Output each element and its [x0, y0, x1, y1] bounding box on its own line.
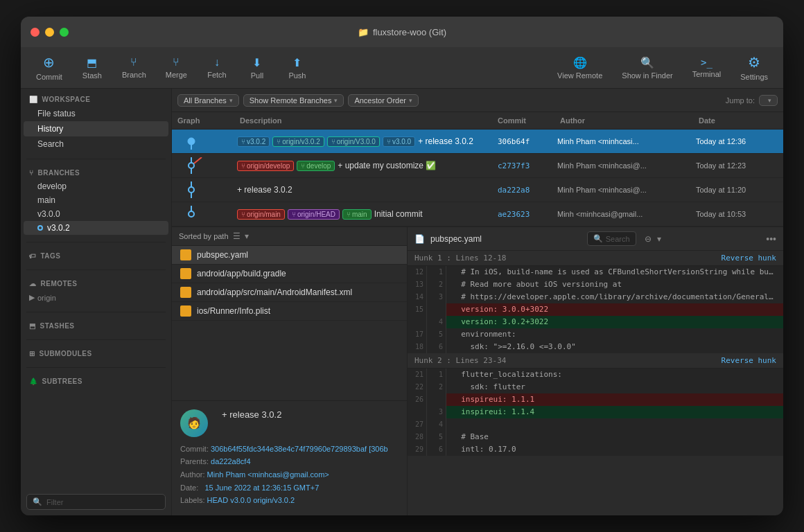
file-item-1[interactable]: android/app/build.gradle [172, 265, 407, 283]
sidebar-branch-v3-0-2[interactable]: v3.0.2 [24, 221, 168, 235]
file-item-0[interactable]: pubspec.yaml [172, 246, 407, 265]
pull-icon: ⬇ [252, 56, 261, 69]
submodules-section: ⊞ SUBMODULES [21, 343, 171, 364]
commit-row-3[interactable]: ⑂origin/main ⑂origin/HEAD ⑂main Initial … [172, 202, 783, 227]
diff-line: 17 5 environment: [408, 328, 783, 341]
remotes-icon: ☁ [29, 280, 37, 287]
sort-chevron-icon[interactable]: ▾ [245, 231, 249, 241]
sidebar-branch-main[interactable]: main [24, 193, 168, 207]
commit-meta: Commit: 306b64f55fdc344e38e4c74f79960e72… [180, 443, 399, 507]
remotes-header: ☁ REMOTES [21, 277, 171, 290]
tags-section: 🏷 TAGS [21, 245, 171, 267]
file-list-header: Sorted by path ☰ ▾ [172, 227, 407, 246]
settings-button[interactable]: ⚙ Settings [732, 50, 776, 85]
commit-date-1: Today at 12:23 [693, 161, 783, 170]
sort-icon[interactable]: ☰ [233, 231, 241, 241]
diff-line: 29 6 intl: 0.17.0 [408, 443, 783, 456]
diff-filename: pubspec.yaml [430, 234, 482, 244]
search-icon: 🔍 [593, 234, 603, 243]
remotes-section: ☁ REMOTES ▶ origin [21, 273, 171, 309]
origin-toggle[interactable]: ▶ origin [21, 290, 171, 305]
file-list-items: pubspec.yaml android/app/build.gradle an… [172, 246, 407, 400]
close-button[interactable] [30, 28, 40, 37]
col-header-commit: Commit [492, 115, 554, 126]
show-remote-filter[interactable]: Show Remote Branches ▾ [243, 94, 344, 107]
commit-author-1: Minh Pham <minhcasi@... [554, 161, 693, 170]
desc-area-2: + release 3.0.2 [234, 185, 492, 195]
file-item-2[interactable]: android/app/src/main/AndroidManifest.xml [172, 283, 407, 302]
commit-row-0[interactable]: ⑂v3.0.2 ⑂origin/v3.0.2 ⑂origin/V3.0.0 ⑂v… [172, 130, 783, 154]
diff-content: Hunk 1 : Lines 12-18 Reverse hunk 12 1 #… [408, 251, 783, 515]
sidebar: ⬜ WORKSPACE File status History Search ⑂ [21, 89, 172, 515]
minimize-button[interactable] [45, 28, 54, 37]
commit-row-1[interactable]: ⑂origin/develop ⑂develop + update my cus… [172, 154, 783, 178]
terminal-button[interactable]: >_ Terminal [684, 53, 730, 82]
diff-line-added: 4 version: 3.0.2+3022 [408, 316, 783, 328]
graph-area-2 [172, 181, 234, 198]
diff-filter-icon[interactable]: ⊖ [645, 234, 652, 244]
sidebar-item-search[interactable]: Search [24, 136, 168, 152]
sidebar-item-file-status[interactable]: File status [24, 106, 168, 121]
push-button[interactable]: ⬆ Push [279, 52, 316, 84]
graph-area-1 [172, 157, 234, 174]
sidebar-branch-develop[interactable]: develop [24, 179, 168, 193]
jump-to-label: Jump to: [726, 96, 755, 105]
maximize-button[interactable] [60, 28, 69, 37]
stash-button[interactable]: ⬒ Stash [73, 52, 111, 84]
svg-point-6 [189, 187, 194, 193]
branch-button[interactable]: ⑂ Branch [114, 52, 155, 83]
subtrees-section: 🌲 SUBTREES [21, 371, 171, 392]
branches-header: ⑂ BRANCHES [21, 166, 171, 179]
diff-menu-button[interactable]: ••• [766, 233, 776, 245]
desc-area-3: ⑂origin/main ⑂origin/HEAD ⑂main Initial … [234, 209, 492, 220]
commit-hash-3: ae23623 [492, 210, 554, 219]
diff-line: 27 4 [408, 418, 783, 431]
col-header-date: Date [693, 115, 783, 126]
merge-button[interactable]: ⑂ Merge [157, 52, 195, 83]
graph-area-0 [172, 133, 234, 150]
commit-author-2: Minh Pham <minhcasi@... [554, 186, 693, 194]
reverse-hunk-1-button[interactable]: Reverse hunk [722, 254, 776, 263]
sidebar-branch-v3-0-0[interactable]: v3.0.0 [24, 207, 168, 221]
commit-table: Graph Description Commit Author Date [172, 112, 783, 227]
diff-line-added: 3 inspireui: 1.1.4 [408, 406, 783, 418]
commit-row-2[interactable]: + release 3.0.2 da222a8 Minh Pham <minhc… [172, 178, 783, 202]
diff-header: 📄 pubspec.yaml 🔍 Search ⊖ ▾ ••• [408, 227, 783, 251]
settings-icon: ⚙ [748, 54, 760, 71]
file-list-panel: Sorted by path ☰ ▾ pubspec.yaml android/… [172, 227, 408, 515]
diff-line: 21 1 flutter_localizations: [408, 369, 783, 381]
commit-parents: Parents: da222a8cf4 [180, 455, 399, 468]
workspace-icon: ⬜ [29, 96, 38, 103]
yaml-file-icon: 📄 [414, 234, 425, 244]
commit-button[interactable]: ⊕ Commit [28, 50, 71, 85]
sidebar-filter[interactable]: 🔍 Filter [26, 494, 166, 510]
sidebar-item-history[interactable]: History [24, 121, 168, 136]
pull-button[interactable]: ⬇ Pull [238, 52, 276, 84]
show-in-finder-button[interactable]: 🔍 Show in Finder [613, 52, 681, 84]
all-branches-filter[interactable]: All Branches ▾ [177, 94, 239, 107]
branch-icon: ⑂ [130, 56, 137, 69]
tag-origin-v3-0-2: ⑂origin/v3.0.2 [272, 136, 324, 147]
jump-to-input[interactable]: ▾ [759, 95, 778, 106]
commit-message-2: + release 3.0.2 [237, 185, 292, 195]
chevron-down-icon: ▾ [229, 97, 233, 104]
file-item-3[interactable]: ios/Runner/Info.plist [172, 302, 407, 321]
file-icon-3 [180, 305, 191, 317]
diff-line: 13 2 # Read more about iOS versioning at [408, 278, 783, 291]
commit-author-3: Minh <minhcasi@gmail... [554, 210, 693, 218]
diff-filter-chevron[interactable]: ▾ [657, 234, 661, 244]
push-icon: ⬆ [292, 56, 302, 69]
divider-6 [26, 367, 166, 368]
ancestor-order-filter[interactable]: Ancestor Order ▾ [348, 94, 419, 107]
commit-message-1: + update my customize ✅ [338, 161, 436, 170]
view-remote-button[interactable]: 🌐 View Remote [549, 52, 611, 84]
file-name-3: ios/Runner/Info.plist [197, 306, 270, 316]
parents-link[interactable]: da222a8cf4 [211, 457, 251, 466]
folder-icon: 📁 [358, 27, 369, 37]
divider-2 [26, 242, 166, 242]
submodules-icon: ⊞ [29, 350, 35, 357]
fetch-button[interactable]: ↓ Fetch [198, 52, 236, 83]
diff-search[interactable]: 🔍 Search [587, 231, 636, 246]
reverse-hunk-2-button[interactable]: Reverse hunk [722, 356, 776, 365]
active-branch-dot [37, 225, 43, 231]
